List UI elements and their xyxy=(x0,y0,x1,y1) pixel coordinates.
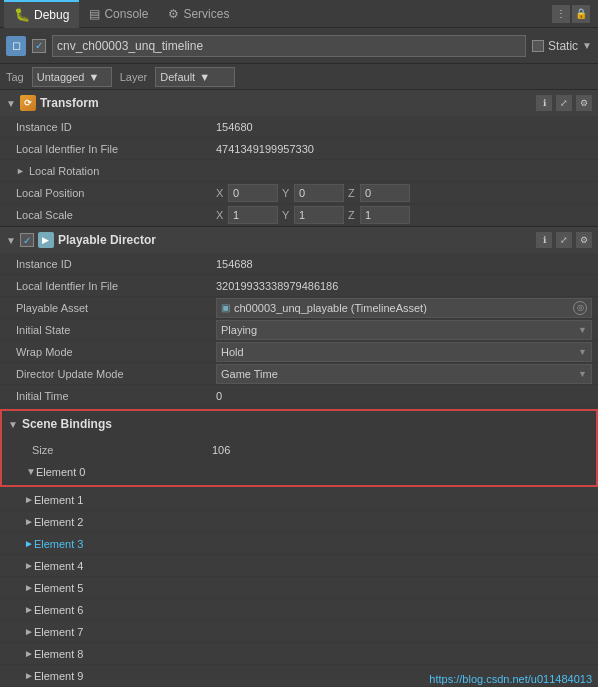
element7-collapse-icon xyxy=(24,626,34,637)
transform-collapse-icon xyxy=(6,98,16,109)
transform-instance-id-row: Instance ID 154680 xyxy=(0,116,598,138)
element1-label: Element 1 xyxy=(34,494,84,506)
local-position-x[interactable]: 0 xyxy=(228,184,278,202)
initial-state-dropdown[interactable]: Playing ▼ xyxy=(216,320,592,340)
playable-asset-circle-btn[interactable]: ◎ xyxy=(573,301,587,315)
layer-dropdown[interactable]: Default ▼ xyxy=(155,67,235,87)
tag-dropdown[interactable]: Untagged ▼ xyxy=(32,67,112,87)
tab-menu-button[interactable]: ⋮ xyxy=(552,5,570,23)
initial-time-label: Initial Time xyxy=(16,390,216,402)
content-area[interactable]: ⟳ Transform ℹ ⤢ ⚙ Instance ID 154680 Loc… xyxy=(0,90,598,687)
local-scale-label: Local Scale xyxy=(16,209,216,221)
layer-dropdown-arrow: ▼ xyxy=(199,71,230,83)
element9-label: Element 9 xyxy=(34,670,84,682)
local-scale-x-item: X 1 xyxy=(216,206,278,224)
pd-local-id-value: 32019933338979486186 xyxy=(216,280,592,292)
local-scale-x[interactable]: 1 xyxy=(228,206,278,224)
pd-local-id-label: Local Identfier In File xyxy=(16,280,216,292)
list-item[interactable]: Element 3 xyxy=(0,533,598,555)
scene-bindings-header[interactable]: Scene Bindings xyxy=(2,411,596,437)
scene-bindings-inner: Size 106 Element 0 xyxy=(2,437,596,485)
scene-bindings-section: Scene Bindings Size 106 Element 0 xyxy=(0,409,598,487)
local-position-y-item: Y 0 xyxy=(282,184,344,202)
initial-state-arrow: ▼ xyxy=(578,325,587,335)
playable-asset-text: ch00003_unq_playable (TimelineAsset) xyxy=(234,302,427,314)
list-item[interactable]: Element 4 xyxy=(0,555,598,577)
local-scale-y[interactable]: 1 xyxy=(294,206,344,224)
list-item[interactable]: Element 2 xyxy=(0,511,598,533)
sz-label: Z xyxy=(348,209,358,221)
y-label: Y xyxy=(282,187,292,199)
tab-services[interactable]: ⚙ Services xyxy=(158,0,239,28)
object-name-field[interactable] xyxy=(52,35,526,57)
pd-icon-settings[interactable]: ⚙ xyxy=(576,232,592,248)
tab-actions: ⋮ 🔒 xyxy=(552,5,594,23)
list-item[interactable]: Element 7 xyxy=(0,621,598,643)
object-active-checkbox[interactable] xyxy=(32,39,46,53)
pd-icon-info[interactable]: ℹ xyxy=(536,232,552,248)
local-position-z-item: Z 0 xyxy=(348,184,410,202)
playable-director-header[interactable]: ▶ Playable Director ℹ ⤢ ⚙ xyxy=(0,227,598,253)
local-scale-row: Local Scale X 1 Y 1 Z 1 xyxy=(0,204,598,226)
wrap-mode-value: Hold xyxy=(221,346,574,358)
tag-label: Tag xyxy=(6,71,24,83)
static-checkbox[interactable] xyxy=(532,40,544,52)
element4-label: Element 4 xyxy=(34,560,84,572)
tab-console[interactable]: ▤ Console xyxy=(79,0,158,28)
local-position-row: Local Position X 0 Y 0 Z 0 xyxy=(0,182,598,204)
console-icon: ▤ xyxy=(89,7,100,21)
pd-collapse-icon xyxy=(6,235,16,246)
director-update-arrow: ▼ xyxy=(578,369,587,379)
object-icon: ◻ xyxy=(6,36,26,56)
local-rotation-row[interactable]: Local Rotation xyxy=(0,160,598,182)
element5-label: Element 5 xyxy=(34,582,84,594)
transform-icon-maximize[interactable]: ⤢ xyxy=(556,95,572,111)
local-position-z[interactable]: 0 xyxy=(360,184,410,202)
transform-icon-settings[interactable]: ⚙ xyxy=(576,95,592,111)
element9-collapse-icon xyxy=(24,670,34,681)
transform-instance-id-value: 154680 xyxy=(216,121,592,133)
director-update-dropdown[interactable]: Game Time ▼ xyxy=(216,364,592,384)
local-position-y[interactable]: 0 xyxy=(294,184,344,202)
element3-label: Element 3 xyxy=(34,538,84,550)
playable-asset-label: Playable Asset xyxy=(16,302,216,314)
pd-title: Playable Director xyxy=(58,233,156,247)
element4-collapse-icon xyxy=(24,560,34,571)
wrap-mode-dropdown[interactable]: Hold ▼ xyxy=(216,342,592,362)
pd-local-id-row: Local Identfier In File 3201993333897948… xyxy=(0,275,598,297)
element6-collapse-icon xyxy=(24,604,34,615)
tab-lock-button[interactable]: 🔒 xyxy=(572,5,590,23)
element1-collapse-icon xyxy=(24,494,34,505)
list-item[interactable]: Element 5 xyxy=(0,577,598,599)
list-item[interactable]: Element 0 xyxy=(2,461,596,483)
wrap-mode-row: Wrap Mode Hold ▼ xyxy=(0,341,598,363)
list-item[interactable]: Element 6 xyxy=(0,599,598,621)
wrap-mode-arrow: ▼ xyxy=(578,347,587,357)
list-item[interactable]: Element 1 xyxy=(0,489,598,511)
object-header: ◻ Static ▼ xyxy=(0,28,598,64)
tab-bar: 🐛 Debug ▤ Console ⚙ Services ⋮ 🔒 xyxy=(0,0,598,28)
z-label: Z xyxy=(348,187,358,199)
pd-instance-id-label: Instance ID xyxy=(16,258,216,270)
static-label: Static xyxy=(548,39,578,53)
services-icon: ⚙ xyxy=(168,7,179,21)
element2-label: Element 2 xyxy=(34,516,84,528)
initial-state-label: Initial State xyxy=(16,324,216,336)
transform-local-id-row: Local Identfier In File 4741349199957330 xyxy=(0,138,598,160)
static-dropdown-arrow[interactable]: ▼ xyxy=(582,40,592,51)
scene-bindings-title: Scene Bindings xyxy=(22,417,112,431)
transform-icon-info[interactable]: ℹ xyxy=(536,95,552,111)
list-item[interactable]: Element 8 xyxy=(0,643,598,665)
element3-collapse-icon xyxy=(24,538,34,549)
footer-link[interactable]: https://blog.csdn.net/u011484013 xyxy=(423,671,598,687)
pd-icon-maximize[interactable]: ⤢ xyxy=(556,232,572,248)
playable-asset-value-field[interactable]: ▣ ch00003_unq_playable (TimelineAsset) ◎ xyxy=(216,298,592,318)
pd-active-checkbox[interactable] xyxy=(20,233,34,247)
tab-services-label: Services xyxy=(183,7,229,21)
initial-state-row: Initial State Playing ▼ xyxy=(0,319,598,341)
initial-time-row: Initial Time 0 xyxy=(0,385,598,407)
transform-header[interactable]: ⟳ Transform ℹ ⤢ ⚙ xyxy=(0,90,598,116)
local-scale-z[interactable]: 1 xyxy=(360,206,410,224)
local-rotation-label: Local Rotation xyxy=(29,165,99,177)
tab-debug[interactable]: 🐛 Debug xyxy=(4,0,79,28)
